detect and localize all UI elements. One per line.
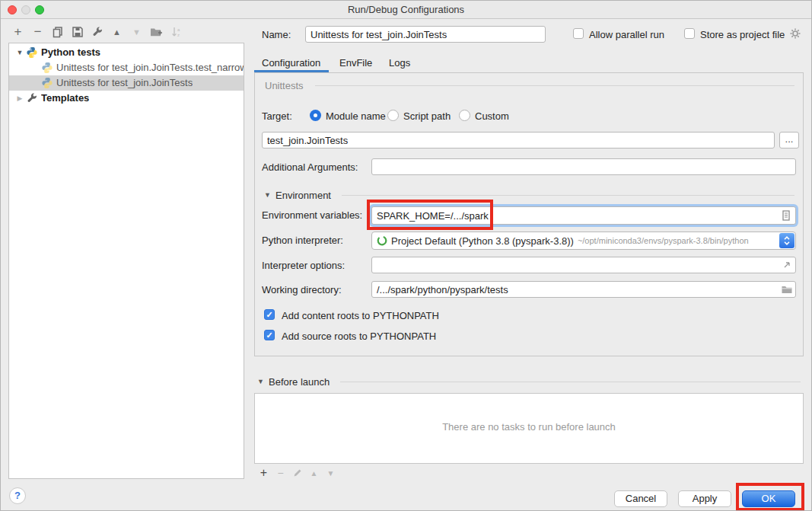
tab-envfile[interactable]: EnvFile	[339, 54, 372, 72]
new-folder-icon[interactable]	[150, 26, 163, 39]
environment-collapse-triangle[interactable]: ▼	[264, 191, 271, 199]
before-launch-section-title: Before launch	[269, 376, 330, 388]
combobox-spinner-icon[interactable]	[779, 233, 794, 248]
before-launch-empty-message: There are no tasks to run before launch	[255, 421, 803, 433]
svg-text:z: z	[177, 33, 180, 37]
name-label: Name:	[262, 29, 291, 40]
python-interpreter-label: Python interpreter:	[262, 235, 343, 246]
help-button[interactable]: ?	[9, 487, 26, 504]
tree-item-label: Python tests	[41, 45, 100, 60]
target-custom-radio[interactable]	[459, 110, 470, 121]
wrench-icon	[26, 92, 38, 104]
python-icon	[41, 77, 53, 89]
python-interpreter-path: ~/opt/miniconda3/envs/pyspark-3.8/bin/py…	[578, 236, 749, 245]
python-icon	[26, 46, 38, 59]
additional-arguments-label: Additional Arguments:	[262, 161, 358, 173]
save-configuration-icon[interactable]	[71, 26, 84, 39]
interpreter-options-label: Interpreter options:	[262, 260, 345, 271]
allow-parallel-run-label: Allow parallel run	[589, 29, 664, 40]
store-as-project-file-checkbox[interactable]	[684, 28, 695, 39]
environment-variables-label: Environment variables:	[262, 209, 362, 221]
python-icon	[41, 62, 53, 74]
add-source-roots-checkbox[interactable]: ✓	[264, 330, 275, 340]
add-task-icon[interactable]: +	[258, 468, 269, 479]
target-script-path-label[interactable]: Script path	[403, 110, 451, 122]
target-module-name-radio[interactable]	[310, 110, 321, 121]
target-label: Target:	[262, 110, 292, 122]
add-configuration-icon[interactable]: +	[11, 26, 24, 39]
tree-item-unittests-jointests[interactable]: Unittests for test_join.JoinTests	[9, 75, 244, 91]
python-interpreter-value: Project Default (Python 3.8 (pyspark-3.8…	[391, 235, 574, 247]
tree-item-templates[interactable]: ▶ Templates	[9, 91, 244, 106]
additional-arguments-input[interactable]	[371, 158, 796, 175]
apply-button[interactable]: Apply	[678, 490, 731, 507]
store-as-project-file-label: Store as project file	[700, 29, 785, 40]
edit-task-icon	[291, 468, 303, 479]
add-content-roots-label: Add content roots to PYTHONPATH	[282, 310, 439, 321]
before-launch-collapse-triangle[interactable]: ▼	[257, 378, 264, 385]
copy-configuration-icon[interactable]	[51, 26, 64, 39]
interpreter-options-input[interactable]	[371, 257, 796, 273]
tree-item-label: Templates	[41, 91, 89, 106]
svg-text:a: a	[177, 27, 180, 32]
expanded-triangle-icon[interactable]: ▼	[15, 45, 24, 60]
move-task-up-icon: ▲	[308, 468, 320, 479]
run-debug-configurations-dialog: Run/Debug Configurations + − ▲ ▼ az ▼	[0, 0, 812, 511]
target-custom-label[interactable]: Custom	[475, 110, 509, 122]
remove-configuration-icon[interactable]: −	[31, 26, 44, 39]
ok-button[interactable]: OK	[742, 490, 795, 507]
tree-item-label: Unittests for test_join.JoinTests	[56, 75, 193, 91]
conda-environment-icon	[376, 235, 388, 247]
environment-variables-input[interactable]	[371, 206, 796, 225]
expand-field-icon[interactable]	[782, 260, 794, 272]
before-launch-toolbar: + − ▲ ▼	[258, 466, 336, 480]
allow-parallel-run-checkbox[interactable]	[573, 28, 584, 39]
name-input[interactable]	[305, 26, 546, 43]
before-launch-tasks-list[interactable]: There are no tasks to run before launch	[254, 393, 804, 464]
unittests-section-title: Unittests	[265, 80, 304, 91]
sort-configurations-icon: az	[170, 26, 183, 39]
working-directory-label: Working directory:	[262, 284, 342, 295]
tab-logs[interactable]: Logs	[389, 54, 410, 72]
title-bar: Run/Debug Configurations	[1, 1, 811, 19]
configurations-tree: ▼ Python tests Unittests for test_join.J…	[8, 43, 244, 479]
working-directory-input[interactable]	[371, 281, 796, 298]
move-down-icon: ▼	[130, 26, 143, 39]
target-input[interactable]	[262, 132, 775, 149]
configurations-toolbar: + − ▲ ▼ az	[11, 24, 183, 40]
add-source-roots-label: Add source roots to PYTHONPATH	[282, 331, 436, 342]
target-module-name-label[interactable]: Module name	[326, 110, 386, 122]
move-up-icon[interactable]: ▲	[110, 26, 123, 39]
tree-item-python-tests[interactable]: ▼ Python tests	[9, 45, 244, 60]
add-content-roots-checkbox[interactable]: ✓	[264, 309, 275, 320]
collapsed-triangle-icon[interactable]: ▶	[15, 91, 24, 106]
folder-icon[interactable]	[781, 283, 793, 295]
target-script-path-radio[interactable]	[387, 110, 399, 121]
cancel-button[interactable]: Cancel	[614, 490, 667, 507]
python-interpreter-select[interactable]: Project Default (Python 3.8 (pyspark-3.8…	[371, 232, 796, 250]
move-task-down-icon: ▼	[325, 468, 336, 479]
edit-environment-variables-icon[interactable]	[780, 209, 792, 222]
window-title: Run/Debug Configurations	[1, 4, 811, 15]
tree-item-unittests-test-narrow[interactable]: Unittests for test_join.JoinTests.test_n…	[9, 60, 244, 75]
environment-section-title: Environment	[275, 190, 331, 201]
edit-templates-icon[interactable]	[91, 26, 103, 39]
remove-task-icon: −	[275, 468, 286, 479]
tree-item-label: Unittests for test_join.JoinTests.test_n…	[56, 60, 244, 75]
gear-icon[interactable]	[789, 27, 801, 40]
browse-target-button[interactable]: ...	[779, 132, 799, 149]
